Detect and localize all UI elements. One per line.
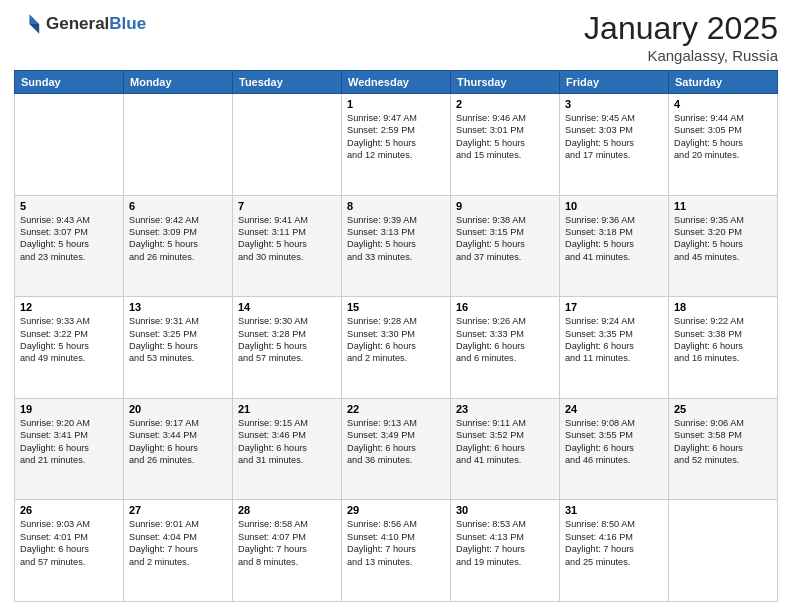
title-block: January 2025 Kangalassy, Russia xyxy=(584,10,778,64)
day-header-saturday: Saturday xyxy=(669,71,778,94)
day-info: Sunrise: 8:56 AM Sunset: 4:10 PM Dayligh… xyxy=(347,518,445,568)
calendar-cell: 2Sunrise: 9:46 AM Sunset: 3:01 PM Daylig… xyxy=(451,94,560,196)
day-number: 19 xyxy=(20,403,118,415)
day-number: 25 xyxy=(674,403,772,415)
day-header-tuesday: Tuesday xyxy=(233,71,342,94)
day-number: 23 xyxy=(456,403,554,415)
calendar-cell: 15Sunrise: 9:28 AM Sunset: 3:30 PM Dayli… xyxy=(342,297,451,399)
calendar-cell: 6Sunrise: 9:42 AM Sunset: 3:09 PM Daylig… xyxy=(124,195,233,297)
day-info: Sunrise: 9:17 AM Sunset: 3:44 PM Dayligh… xyxy=(129,417,227,467)
week-row-2: 5Sunrise: 9:43 AM Sunset: 3:07 PM Daylig… xyxy=(15,195,778,297)
calendar-cell: 5Sunrise: 9:43 AM Sunset: 3:07 PM Daylig… xyxy=(15,195,124,297)
day-info: Sunrise: 9:28 AM Sunset: 3:30 PM Dayligh… xyxy=(347,315,445,365)
day-number: 26 xyxy=(20,504,118,516)
calendar-cell: 28Sunrise: 8:58 AM Sunset: 4:07 PM Dayli… xyxy=(233,500,342,602)
day-number: 4 xyxy=(674,98,772,110)
day-info: Sunrise: 9:03 AM Sunset: 4:01 PM Dayligh… xyxy=(20,518,118,568)
calendar-cell: 30Sunrise: 8:53 AM Sunset: 4:13 PM Dayli… xyxy=(451,500,560,602)
header: GeneralBlue January 2025 Kangalassy, Rus… xyxy=(14,10,778,64)
day-info: Sunrise: 9:46 AM Sunset: 3:01 PM Dayligh… xyxy=(456,112,554,162)
calendar-cell: 12Sunrise: 9:33 AM Sunset: 3:22 PM Dayli… xyxy=(15,297,124,399)
day-number: 18 xyxy=(674,301,772,313)
day-info: Sunrise: 9:08 AM Sunset: 3:55 PM Dayligh… xyxy=(565,417,663,467)
calendar-cell: 23Sunrise: 9:11 AM Sunset: 3:52 PM Dayli… xyxy=(451,398,560,500)
calendar-cell: 27Sunrise: 9:01 AM Sunset: 4:04 PM Dayli… xyxy=(124,500,233,602)
day-number: 24 xyxy=(565,403,663,415)
logo-general: General xyxy=(46,14,109,34)
calendar-cell xyxy=(15,94,124,196)
day-number: 5 xyxy=(20,200,118,212)
week-row-5: 26Sunrise: 9:03 AM Sunset: 4:01 PM Dayli… xyxy=(15,500,778,602)
day-info: Sunrise: 9:38 AM Sunset: 3:15 PM Dayligh… xyxy=(456,214,554,264)
month-title: January 2025 xyxy=(584,10,778,47)
calendar-cell: 3Sunrise: 9:45 AM Sunset: 3:03 PM Daylig… xyxy=(560,94,669,196)
calendar-header-row: SundayMondayTuesdayWednesdayThursdayFrid… xyxy=(15,71,778,94)
calendar-cell: 31Sunrise: 8:50 AM Sunset: 4:16 PM Dayli… xyxy=(560,500,669,602)
svg-marker-0 xyxy=(29,14,39,24)
calendar-cell: 4Sunrise: 9:44 AM Sunset: 3:05 PM Daylig… xyxy=(669,94,778,196)
calendar-cell: 16Sunrise: 9:26 AM Sunset: 3:33 PM Dayli… xyxy=(451,297,560,399)
day-number: 30 xyxy=(456,504,554,516)
day-number: 2 xyxy=(456,98,554,110)
day-info: Sunrise: 9:13 AM Sunset: 3:49 PM Dayligh… xyxy=(347,417,445,467)
day-number: 13 xyxy=(129,301,227,313)
day-info: Sunrise: 9:24 AM Sunset: 3:35 PM Dayligh… xyxy=(565,315,663,365)
location: Kangalassy, Russia xyxy=(584,47,778,64)
day-info: Sunrise: 9:47 AM Sunset: 2:59 PM Dayligh… xyxy=(347,112,445,162)
day-number: 1 xyxy=(347,98,445,110)
day-number: 7 xyxy=(238,200,336,212)
day-number: 17 xyxy=(565,301,663,313)
day-number: 8 xyxy=(347,200,445,212)
day-header-friday: Friday xyxy=(560,71,669,94)
day-number: 16 xyxy=(456,301,554,313)
day-header-thursday: Thursday xyxy=(451,71,560,94)
week-row-3: 12Sunrise: 9:33 AM Sunset: 3:22 PM Dayli… xyxy=(15,297,778,399)
svg-marker-1 xyxy=(29,24,39,34)
day-number: 20 xyxy=(129,403,227,415)
calendar-cell: 14Sunrise: 9:30 AM Sunset: 3:28 PM Dayli… xyxy=(233,297,342,399)
calendar-cell: 9Sunrise: 9:38 AM Sunset: 3:15 PM Daylig… xyxy=(451,195,560,297)
day-info: Sunrise: 9:06 AM Sunset: 3:58 PM Dayligh… xyxy=(674,417,772,467)
day-info: Sunrise: 9:15 AM Sunset: 3:46 PM Dayligh… xyxy=(238,417,336,467)
calendar-cell: 24Sunrise: 9:08 AM Sunset: 3:55 PM Dayli… xyxy=(560,398,669,500)
calendar-cell: 19Sunrise: 9:20 AM Sunset: 3:41 PM Dayli… xyxy=(15,398,124,500)
day-info: Sunrise: 9:43 AM Sunset: 3:07 PM Dayligh… xyxy=(20,214,118,264)
day-info: Sunrise: 9:20 AM Sunset: 3:41 PM Dayligh… xyxy=(20,417,118,467)
calendar-cell xyxy=(233,94,342,196)
calendar-cell: 13Sunrise: 9:31 AM Sunset: 3:25 PM Dayli… xyxy=(124,297,233,399)
day-number: 28 xyxy=(238,504,336,516)
day-number: 29 xyxy=(347,504,445,516)
day-number: 11 xyxy=(674,200,772,212)
calendar-cell: 29Sunrise: 8:56 AM Sunset: 4:10 PM Dayli… xyxy=(342,500,451,602)
day-info: Sunrise: 9:41 AM Sunset: 3:11 PM Dayligh… xyxy=(238,214,336,264)
day-number: 12 xyxy=(20,301,118,313)
day-info: Sunrise: 8:50 AM Sunset: 4:16 PM Dayligh… xyxy=(565,518,663,568)
day-number: 21 xyxy=(238,403,336,415)
calendar-cell: 17Sunrise: 9:24 AM Sunset: 3:35 PM Dayli… xyxy=(560,297,669,399)
day-header-sunday: Sunday xyxy=(15,71,124,94)
day-info: Sunrise: 9:31 AM Sunset: 3:25 PM Dayligh… xyxy=(129,315,227,365)
day-info: Sunrise: 9:44 AM Sunset: 3:05 PM Dayligh… xyxy=(674,112,772,162)
day-info: Sunrise: 9:33 AM Sunset: 3:22 PM Dayligh… xyxy=(20,315,118,365)
calendar-cell: 10Sunrise: 9:36 AM Sunset: 3:18 PM Dayli… xyxy=(560,195,669,297)
day-info: Sunrise: 9:35 AM Sunset: 3:20 PM Dayligh… xyxy=(674,214,772,264)
calendar-cell: 1Sunrise: 9:47 AM Sunset: 2:59 PM Daylig… xyxy=(342,94,451,196)
calendar-cell: 26Sunrise: 9:03 AM Sunset: 4:01 PM Dayli… xyxy=(15,500,124,602)
day-info: Sunrise: 9:45 AM Sunset: 3:03 PM Dayligh… xyxy=(565,112,663,162)
day-header-wednesday: Wednesday xyxy=(342,71,451,94)
page: GeneralBlue January 2025 Kangalassy, Rus… xyxy=(0,0,792,612)
day-number: 6 xyxy=(129,200,227,212)
day-number: 10 xyxy=(565,200,663,212)
logo-text: GeneralBlue xyxy=(46,14,146,34)
calendar: SundayMondayTuesdayWednesdayThursdayFrid… xyxy=(14,70,778,602)
calendar-cell: 8Sunrise: 9:39 AM Sunset: 3:13 PM Daylig… xyxy=(342,195,451,297)
day-info: Sunrise: 9:39 AM Sunset: 3:13 PM Dayligh… xyxy=(347,214,445,264)
calendar-cell: 18Sunrise: 9:22 AM Sunset: 3:38 PM Dayli… xyxy=(669,297,778,399)
calendar-cell: 7Sunrise: 9:41 AM Sunset: 3:11 PM Daylig… xyxy=(233,195,342,297)
day-info: Sunrise: 8:58 AM Sunset: 4:07 PM Dayligh… xyxy=(238,518,336,568)
day-number: 22 xyxy=(347,403,445,415)
day-header-monday: Monday xyxy=(124,71,233,94)
day-info: Sunrise: 9:30 AM Sunset: 3:28 PM Dayligh… xyxy=(238,315,336,365)
calendar-cell: 25Sunrise: 9:06 AM Sunset: 3:58 PM Dayli… xyxy=(669,398,778,500)
calendar-cell: 20Sunrise: 9:17 AM Sunset: 3:44 PM Dayli… xyxy=(124,398,233,500)
